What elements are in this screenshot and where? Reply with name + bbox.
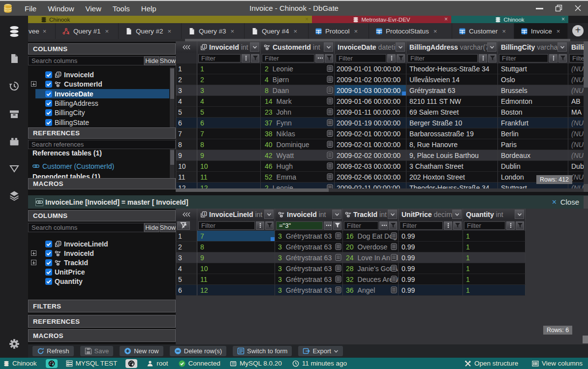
svg-text:1: 1 xyxy=(58,242,60,245)
svg-text:1: 1 xyxy=(204,45,206,48)
svg-text:1: 1 xyxy=(204,212,206,215)
svg-text:1: 1 xyxy=(58,72,60,76)
